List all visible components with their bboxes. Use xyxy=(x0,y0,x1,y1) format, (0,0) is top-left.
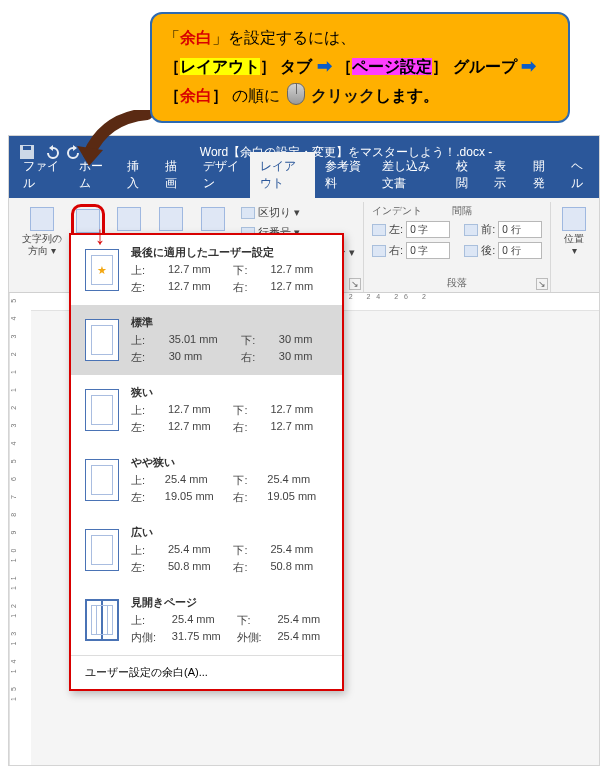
callout-pagesetup-group: ページ設定 xyxy=(352,58,432,75)
spacing-after-icon xyxy=(464,245,478,257)
columns-icon xyxy=(201,207,225,231)
button-label: 位置 ▾ xyxy=(564,233,584,256)
tab-差し込み文書[interactable]: 差し込み文書 xyxy=(372,152,447,198)
margins-dropdown: 最後に適用したユーザー設定上:12.7 mm下:12.7 mm左:12.7 mm… xyxy=(69,233,344,691)
indent-left-label: 左: xyxy=(389,222,403,237)
preset-values: 上:12.7 mm下:12.7 mm左:12.7 mm右:12.7 mm xyxy=(131,263,330,295)
button-label: 文字列の 方向 ▾ xyxy=(22,233,62,256)
instruction-callout: 「余白」を設定するには、 ［レイアウト］ タブ ➡ ［ページ設定］ グループ ➡… xyxy=(150,12,570,123)
margin-preset-2[interactable]: 狭い上:12.7 mm下:12.7 mm左:12.7 mm右:12.7 mm xyxy=(71,375,342,445)
text-direction-icon xyxy=(30,207,54,231)
group-arrange: 位置 ▾ xyxy=(551,202,597,292)
spacing-header: 間隔 xyxy=(452,204,472,218)
spacing-before-label: 前: xyxy=(481,222,495,237)
margin-thumbnail-icon xyxy=(85,319,119,361)
callout-text: タブ xyxy=(280,58,312,75)
vertical-ruler: 15 14 13 12 11 10 9 8 7 6 5 4 3 2 1 1 2 … xyxy=(9,293,31,765)
group-label: 段落 xyxy=(372,276,542,292)
margin-thumbnail-icon xyxy=(85,389,119,431)
callout-bracket: ［ xyxy=(336,58,352,75)
save-icon[interactable] xyxy=(19,144,35,160)
group-paragraph: インデント 間隔 左: 0 字 前: 0 行 右: 0 字 xyxy=(364,202,551,292)
tab-開発[interactable]: 開発 xyxy=(523,152,561,198)
undo-icon[interactable] xyxy=(43,144,59,160)
margin-preset-4[interactable]: 広い上:25.4 mm下:25.4 mm左:50.8 mm右:50.8 mm xyxy=(71,515,342,585)
text-direction-button[interactable]: 文字列の 方向 ▾ xyxy=(19,204,65,259)
margin-preset-5[interactable]: 見開きページ上:25.4 mm下:25.4 mm内側:31.75 mm外側:25… xyxy=(71,585,342,655)
preset-values: 上:35.01 mm下:30 mm左:30 mm右:30 mm xyxy=(131,333,330,365)
annotation-down-arrow-icon: ↓ xyxy=(95,221,105,251)
word-window: Word【余白の設定・変更】をマスターしよう！.docx - ファイルホーム挿入… xyxy=(8,135,600,766)
preset-values: 上:25.4 mm下:25.4 mm左:19.05 mm右:19.05 mm xyxy=(131,473,330,505)
mouse-icon xyxy=(287,83,305,105)
tab-表示[interactable]: 表示 xyxy=(484,152,522,198)
ribbon-tabs: ファイルホーム挿入描画デザインレイアウト参考資料差し込み文書校閲表示開発ヘル xyxy=(9,168,599,198)
tab-ヘル[interactable]: ヘル xyxy=(561,152,599,198)
callout-bracket: ［ xyxy=(164,87,180,104)
callout-margin-button: 余白 xyxy=(180,87,212,104)
tab-校閲[interactable]: 校閲 xyxy=(446,152,484,198)
orientation-icon xyxy=(117,207,141,231)
indent-right-input[interactable]: 0 字 xyxy=(406,242,450,259)
margin-preset-0[interactable]: 最後に適用したユーザー設定上:12.7 mm下:12.7 mm左:12.7 mm… xyxy=(71,235,342,305)
callout-bracket: ［ xyxy=(164,58,180,75)
preset-title: 最後に適用したユーザー設定 xyxy=(131,245,330,260)
margin-preset-1[interactable]: 標準上:35.01 mm下:30 mm左:30 mm右:30 mm xyxy=(71,305,342,375)
indent-header: インデント xyxy=(372,204,422,218)
margin-thumbnail-icon xyxy=(85,529,119,571)
spacing-before-input[interactable]: 0 行 xyxy=(498,221,542,238)
margin-thumbnail-icon xyxy=(85,459,119,501)
custom-margins-item[interactable]: ユーザー設定の余白(A)... xyxy=(71,655,342,689)
position-button[interactable]: 位置 ▾ xyxy=(559,204,589,259)
callout-bracket: ］ xyxy=(432,58,448,75)
annotation-arrow-icon xyxy=(75,110,155,170)
callout-bracket: ］ xyxy=(212,87,228,104)
button-label: 区切り ▾ xyxy=(258,205,300,220)
position-icon xyxy=(562,207,586,231)
indent-left-icon xyxy=(372,224,386,236)
breaks-button[interactable]: 区切り ▾ xyxy=(241,204,355,221)
margin-thumbnail-icon xyxy=(85,249,119,291)
tab-描画[interactable]: 描画 xyxy=(155,152,193,198)
preset-title: 狭い xyxy=(131,385,330,400)
preset-values: 上:25.4 mm下:25.4 mm内側:31.75 mm外側:25.4 mm xyxy=(131,613,330,645)
spacing-after-label: 後: xyxy=(481,243,495,258)
spacing-before-icon xyxy=(464,224,478,236)
callout-text: 」を設定するには、 xyxy=(212,29,356,46)
indent-right-icon xyxy=(372,245,386,257)
dialog-launcher-icon[interactable]: ↘ xyxy=(349,278,361,290)
spacing-after-input[interactable]: 0 行 xyxy=(498,242,542,259)
arrow-right-icon: ➡ xyxy=(521,56,536,76)
indent-left-input[interactable]: 0 字 xyxy=(406,221,450,238)
callout-keyword-margin: 余白 xyxy=(180,29,212,46)
callout-text: 「 xyxy=(164,29,180,46)
dialog-launcher-icon[interactable]: ↘ xyxy=(536,278,548,290)
margin-preset-3[interactable]: やや狭い上:25.4 mm下:25.4 mm左:19.05 mm右:19.05 … xyxy=(71,445,342,515)
preset-values: 上:25.4 mm下:25.4 mm左:50.8 mm右:50.8 mm xyxy=(131,543,330,575)
svg-marker-0 xyxy=(77,146,103,166)
preset-values: 上:12.7 mm下:12.7 mm左:12.7 mm右:12.7 mm xyxy=(131,403,330,435)
callout-bracket: ］ xyxy=(260,58,276,75)
size-icon xyxy=(159,207,183,231)
arrow-right-icon: ➡ xyxy=(317,56,332,76)
callout-click-label: クリック xyxy=(311,87,375,104)
callout-text: の順に xyxy=(232,87,280,104)
callout-layout-tab: レイアウト xyxy=(180,58,260,75)
preset-title: 見開きページ xyxy=(131,595,330,610)
indent-right-label: 右: xyxy=(389,243,403,258)
svg-rect-2 xyxy=(23,146,31,150)
preset-title: やや狭い xyxy=(131,455,330,470)
tab-レイアウト[interactable]: レイアウト xyxy=(250,152,316,198)
preset-title: 標準 xyxy=(131,315,330,330)
tab-デザイン[interactable]: デザイン xyxy=(193,152,249,198)
margin-thumbnail-icon xyxy=(85,599,119,641)
tab-参考資料[interactable]: 参考資料 xyxy=(315,152,371,198)
callout-text: します。 xyxy=(375,87,439,104)
breaks-icon xyxy=(241,207,255,219)
callout-text: グループ xyxy=(453,58,517,75)
preset-title: 広い xyxy=(131,525,330,540)
